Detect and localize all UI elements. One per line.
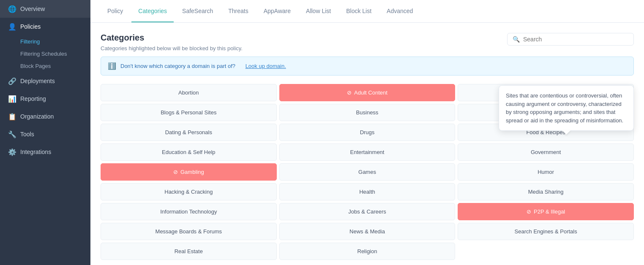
gear-icon: ⚙️ (8, 148, 16, 156)
user-icon: 👤 (8, 23, 16, 30)
chart-icon: 📊 (8, 95, 16, 103)
category-btn[interactable]: Media Sharing (458, 183, 634, 200)
title-group: Categories Categories highlighted below … (101, 33, 243, 51)
clipboard-icon: 📋 (8, 113, 16, 120)
sidebar-item-tools[interactable]: 🔧 Tools (0, 125, 90, 143)
sidebar-item-overview[interactable]: 🌐 Overview (0, 0, 90, 18)
tab-appaware[interactable]: AppAware (257, 0, 297, 22)
search-input[interactable] (523, 36, 628, 43)
block-icon: ⊘ (173, 169, 178, 175)
sidebar-item-organization[interactable]: 📋 Organization (0, 108, 90, 125)
info-text: Don't know which category a domain is pa… (120, 63, 235, 69)
tooltip-box: Sites that are contentious or controvers… (499, 85, 634, 131)
category-btn[interactable]: Search Engines & Portals (458, 223, 634, 240)
category-btn[interactable]: Government (458, 143, 634, 161)
sidebar-sub-filtering[interactable]: Filtering (20, 35, 90, 48)
category-btn[interactable]: Information Technology (101, 203, 277, 220)
wrench-icon: 🔧 (8, 130, 16, 138)
category-btn[interactable]: Games (279, 163, 456, 181)
category-btn[interactable]: Drugs (279, 124, 456, 141)
sidebar-item-integrations[interactable]: ⚙️ Integrations (0, 143, 90, 161)
globe-icon: 🌐 (8, 5, 16, 13)
category-btn[interactable]: Message Boards & Forums (101, 223, 277, 240)
category-btn[interactable]: Blogs & Personal Sites (101, 104, 277, 121)
category-btn[interactable]: Abortion (101, 84, 277, 101)
category-btn[interactable]: Hacking & Cracking (101, 183, 277, 200)
tab-categories[interactable]: Categories (131, 0, 174, 22)
lookup-domain-link[interactable]: Look up domain. (246, 63, 286, 69)
sidebar-item-policies[interactable]: 👤 Policies (0, 18, 90, 35)
sidebar-item-deployments[interactable]: 🔗 Deployments (0, 72, 90, 90)
category-btn[interactable]: ⊘Gambling (101, 163, 277, 181)
category-btn[interactable]: Business (279, 104, 456, 121)
category-btn[interactable]: Health (279, 183, 456, 200)
tab-threats[interactable]: Threats (221, 0, 255, 22)
category-btn[interactable]: News & Media (279, 223, 456, 240)
info-banner: ℹ️ Don't know which category a domain is… (101, 57, 634, 76)
link-icon: 🔗 (8, 77, 16, 85)
tab-policy[interactable]: Policy (101, 0, 130, 22)
sidebar-item-reporting[interactable]: 📊 Reporting (0, 90, 90, 108)
tab-safesearch[interactable]: SafeSearch (175, 0, 220, 22)
category-btn[interactable]: Real Estate (101, 243, 277, 260)
tab-block-list[interactable]: Block List (339, 0, 378, 22)
search-box[interactable]: 🔍 (507, 33, 634, 46)
category-btn[interactable]: ⊘Adult Content (279, 84, 456, 101)
search-icon: 🔍 (513, 36, 520, 43)
tooltip-text: Sites that are contentious or controvers… (506, 92, 623, 124)
category-btn[interactable]: ⊘P2P & Illegal (458, 203, 634, 220)
content-area: Categories Categories highlighted below … (90, 23, 644, 265)
sidebar-sub-filtering-schedules[interactable]: Filtering Schedules (20, 48, 90, 60)
category-btn[interactable]: Entertainment (279, 143, 456, 161)
sidebar: 🌐 Overview 👤 Policies Filtering Filterin… (0, 0, 90, 265)
main-area: Policy Categories SafeSearch Threats App… (90, 0, 644, 265)
category-btn[interactable]: Humor (458, 163, 634, 181)
category-btn[interactable]: Dating & Personals (101, 124, 277, 141)
sidebar-sub-block-pages[interactable]: Block Pages (20, 60, 90, 72)
block-icon: ⊘ (347, 89, 352, 96)
category-btn[interactable]: Education & Self Help (101, 143, 277, 161)
page-subtitle: Categories highlighted below will be blo… (101, 45, 243, 51)
category-btn[interactable]: Jobs & Careers (279, 203, 456, 220)
tab-advanced[interactable]: Advanced (380, 0, 420, 22)
content-header: Categories Categories highlighted below … (101, 33, 634, 51)
category-btn[interactable]: Religion (279, 243, 456, 260)
tabs-bar: Policy Categories SafeSearch Threats App… (90, 0, 644, 23)
info-icon: ℹ️ (108, 62, 116, 70)
sidebar-sub-policies: Filtering Filtering Schedules Block Page… (0, 35, 90, 72)
tab-allow-list[interactable]: Allow List (299, 0, 338, 22)
block-icon: ⊘ (527, 208, 531, 215)
page-title: Categories (101, 33, 243, 43)
